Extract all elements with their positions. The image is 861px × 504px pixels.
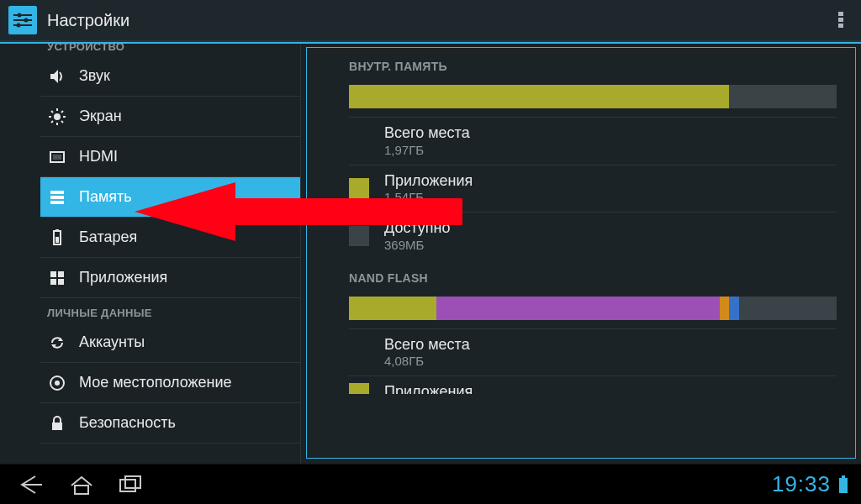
- usage-bar-fill: [349, 85, 729, 108]
- usage-bar: [349, 85, 837, 108]
- brightness-icon: [47, 107, 67, 127]
- internal-apps-row[interactable]: Приложения 1,54ГБ: [349, 165, 837, 213]
- svg-rect-23: [50, 201, 64, 204]
- svg-rect-27: [50, 271, 56, 277]
- stat-value: 369МБ: [384, 238, 451, 253]
- stat-swatch: [349, 226, 369, 246]
- stat-swatch: [349, 178, 369, 198]
- back-button[interactable]: [17, 474, 45, 496]
- recents-button[interactable]: [118, 474, 145, 496]
- title-bar: Настройки: [0, 0, 861, 42]
- lock-icon: [47, 413, 67, 433]
- stat-value: 1,54ГБ: [384, 190, 473, 205]
- clock-time: 19:33: [772, 471, 831, 497]
- svg-line-16: [61, 121, 63, 123]
- sidebar-item-location[interactable]: Мое местоположение: [40, 363, 300, 403]
- app-title: Настройки: [47, 11, 129, 30]
- sync-icon: [47, 333, 67, 353]
- svg-rect-22: [50, 196, 64, 199]
- svg-line-17: [51, 121, 53, 123]
- sound-icon: [47, 66, 67, 87]
- svg-point-3: [18, 13, 22, 18]
- usage-bar: [349, 297, 837, 320]
- svg-point-5: [17, 24, 21, 28]
- sidebar-item-label: HDMI: [79, 148, 118, 165]
- stat-swatch: [349, 383, 369, 394]
- stat-label: Приложения: [384, 383, 473, 394]
- sidebar-item-display[interactable]: Экран: [40, 97, 300, 137]
- sidebar-item-label: Батарея: [79, 228, 137, 246]
- svg-point-34: [55, 381, 60, 386]
- svg-marker-9: [50, 70, 58, 83]
- svg-rect-26: [55, 237, 59, 243]
- sidebar-item-apps[interactable]: Приложения: [40, 258, 300, 298]
- sidebar-item-storage[interactable]: Память: [40, 177, 300, 218]
- internal-total-row[interactable]: Всего места 1,97ГБ: [349, 117, 837, 165]
- location-icon: [47, 373, 67, 393]
- svg-rect-28: [58, 271, 64, 277]
- apps-icon: [47, 268, 67, 288]
- stat-value: 4,08ГБ: [384, 354, 470, 369]
- svg-line-18: [61, 111, 63, 113]
- category-device: УСТРОЙСТВО: [40, 44, 300, 56]
- sidebar-item-sound[interactable]: Звук: [40, 56, 300, 97]
- overflow-menu-icon[interactable]: [829, 6, 853, 34]
- svg-rect-20: [53, 155, 61, 160]
- home-button[interactable]: [69, 474, 94, 496]
- svg-point-4: [24, 18, 29, 23]
- svg-rect-25: [55, 229, 59, 231]
- svg-rect-30: [58, 279, 64, 285]
- sidebar-item-label: Аккаунты: [79, 333, 145, 351]
- sidebar-item-accounts[interactable]: Аккаунты: [40, 323, 300, 363]
- sidebar-item-battery[interactable]: Батарея: [40, 218, 300, 258]
- internal-avail-row[interactable]: Доступно 369МБ: [349, 212, 837, 260]
- svg-rect-8: [838, 24, 843, 28]
- svg-rect-21: [50, 191, 64, 194]
- stat-value: 1,97ГБ: [384, 143, 470, 158]
- sidebar-item-label: Приложения: [79, 269, 167, 286]
- stat-label: Всего места: [384, 336, 470, 354]
- category-personal: ЛИЧНЫЕ ДАННЫЕ: [40, 298, 300, 323]
- stat-label: Приложения: [384, 172, 473, 191]
- sidebar-item-label: Безопасность: [79, 414, 176, 432]
- nand-total-row[interactable]: Всего места 4,08ГБ: [349, 328, 837, 376]
- svg-rect-7: [838, 18, 843, 22]
- svg-point-10: [54, 113, 61, 120]
- sidebar-item-label: Звук: [79, 67, 110, 85]
- settings-app-icon: [8, 6, 37, 34]
- system-nav-bar: 19:33: [0, 464, 861, 504]
- content-area: УСТРОЙСТВО Звук Экран HDMI Память: [0, 42, 861, 464]
- sidebar-item-security[interactable]: Безопасность: [40, 403, 300, 444]
- stat-swatch: [349, 131, 369, 151]
- internal-storage-bar[interactable]: [349, 81, 837, 117]
- svg-rect-42: [839, 478, 848, 493]
- svg-rect-6: [838, 12, 843, 16]
- hdmi-icon: [47, 147, 67, 167]
- svg-line-15: [51, 111, 53, 113]
- settings-sidebar: УСТРОЙСТВО Звук Экран HDMI Память: [0, 44, 301, 464]
- stat-swatch: [349, 343, 369, 363]
- status-clock[interactable]: 19:33: [772, 471, 853, 497]
- nand-storage-bar[interactable]: [349, 293, 837, 328]
- storage-icon: [47, 187, 67, 207]
- internal-storage-header: ВНУТР. ПАМЯТЬ: [349, 48, 837, 81]
- stat-label: Всего места: [384, 124, 470, 143]
- svg-rect-29: [50, 279, 56, 285]
- svg-rect-35: [52, 423, 62, 430]
- battery-status-icon: [837, 475, 849, 494]
- svg-rect-40: [120, 480, 135, 491]
- battery-icon: [47, 228, 67, 248]
- sidebar-item-label: Память: [79, 188, 132, 206]
- sidebar-item-label: Мое местоположение: [79, 374, 232, 391]
- svg-rect-39: [75, 486, 88, 494]
- sidebar-item-hdmi[interactable]: HDMI: [40, 137, 300, 177]
- sidebar-item-label: Экран: [79, 108, 122, 125]
- stat-label: Доступно: [384, 219, 451, 238]
- nand-storage-header: NAND FLASH: [349, 260, 837, 293]
- nand-apps-row[interactable]: Приложения: [349, 375, 837, 394]
- storage-detail-pane[interactable]: ВНУТР. ПАМЯТЬ Всего места 1,97ГБ Приложе…: [306, 47, 856, 459]
- svg-rect-41: [125, 476, 140, 488]
- svg-rect-43: [842, 475, 845, 478]
